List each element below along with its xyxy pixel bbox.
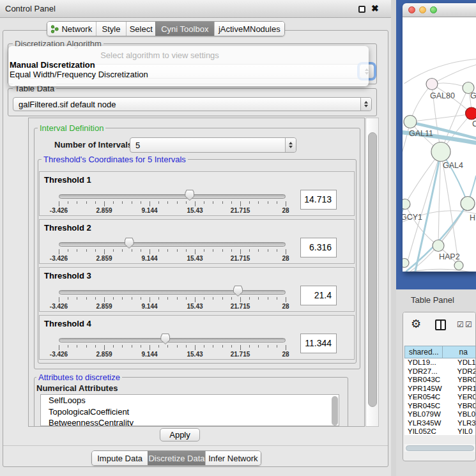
tab-select[interactable]: Select [126,22,155,36]
threshold-label: Threshold 2 [44,223,91,233]
network-graph[interactable]: GAL80GACGAL11GAL4GCY1HHAP2 [403,17,476,272]
slider-handle[interactable] [233,286,243,296]
table-row[interactable]: YBL079WYBL0 [404,410,476,419]
cell-shared-name: YPR145W [404,385,454,394]
network-canvas[interactable]: GAL80GACGAL11GAL4GCY1HHAP2 [403,17,476,272]
stepper-down-icon [289,146,293,148]
table-row[interactable]: YPR145WYPR1 [404,385,476,394]
checkbox-icon[interactable]: ☑ [457,320,464,329]
tab-discretize-data[interactable]: Discretize Data [148,451,204,465]
network-node[interactable] [433,240,444,252]
tab-label: Network [61,24,92,34]
gear-icon[interactable]: ⚙ [411,317,421,331]
tab-infer-network[interactable]: Infer Network [205,451,261,465]
network-node[interactable] [404,116,417,128]
close-traffic-icon[interactable] [408,6,415,13]
table-row[interactable]: YDL19...YDL1 [404,358,476,367]
table-row[interactable]: YBR043CYBR0 [404,376,476,385]
network-node[interactable] [466,107,476,119]
apply-button[interactable]: Apply [160,428,200,441]
cell-name: YBR0 [454,376,476,385]
cell-shared-name: YLR345W [404,419,454,428]
table-panel-title: Table Panel [411,295,454,305]
tab-network[interactable]: Network [47,22,96,36]
checkbox-icon[interactable]: ☑ [465,320,472,329]
table-data-stepper[interactable] [360,98,371,111]
threshold-value-field[interactable]: 6.316 [300,238,337,257]
cell-shared-name: YIL052C [404,427,454,435]
slider-track[interactable] [59,290,286,295]
table-data-combobox[interactable]: galFiltered.sif default node [13,97,372,111]
table-hscrollbar-thumb[interactable] [406,445,474,451]
network-node-label: C [472,119,476,128]
control-panel-tabs: NetworkStyleSelectCyni ToolboxjActiveMNo… [47,21,285,36]
table-row[interactable]: YBR045CYBR0 [404,402,476,411]
cell-shared-name: YBL079W [404,410,454,419]
slider-handle[interactable] [160,334,170,344]
tab-label: Style [102,24,121,34]
network-node[interactable] [461,197,475,211]
cell-shared-name: YDL19... [404,358,454,367]
settings-scrollbar-thumb[interactable] [368,132,377,407]
threshold-value-field[interactable]: 14.713 [300,190,337,210]
network-node-label: HAP2 [439,252,460,261]
network-node[interactable] [426,79,438,90]
slider-track[interactable] [59,242,286,247]
algorithm-option-manual-discretization[interactable]: Manual Discretization [8,60,369,70]
threshold-value-field[interactable]: 21.4 [300,286,337,305]
column-header-na[interactable]: na [443,346,476,358]
network-node[interactable] [403,199,410,210]
cell-name: YDL1 [454,358,476,367]
slider-handle[interactable] [125,238,134,249]
network-node[interactable] [403,259,409,268]
slider-track[interactable] [59,194,286,199]
numerical-attributes-list[interactable]: SelfLoopsTopologicalCoefficientBetweenne… [40,394,339,426]
minimize-traffic-icon[interactable] [419,6,426,13]
settings-scrollbar[interactable] [365,118,379,427]
tab-jactivemnodules[interactable]: jActiveMNodules [214,22,284,36]
attribute-items: SelfLoopsTopologicalCoefficientBetweenne… [41,395,339,426]
network-node[interactable] [454,261,463,270]
number-of-intervals-label: Number of Intervals [54,140,132,150]
table-horizontal-scrollbar[interactable] [404,444,476,452]
table-row[interactable]: YER054CYER0 [404,393,476,402]
table-row[interactable]: YDR27...YDR2 [404,367,476,376]
threshold-value-field[interactable]: 11.344 [300,334,337,353]
table-row[interactable]: YLR345WYLR3 [404,419,476,428]
tab-style[interactable]: Style [96,22,127,36]
close-icon[interactable]: ✖ [371,3,379,13]
table-panel: ⚙ ☑ ☑ shared...na YDL19...YDL1YDR27...YD… [403,312,476,461]
tab-impute-data[interactable]: Impute Data [92,451,148,465]
attribute-item[interactable]: SelfLoops [41,395,339,406]
algorithm-option-equal-width-frequency-discretization[interactable]: Equal Width/Frequency Discretization [8,70,369,79]
float-window-icon[interactable] [358,6,365,13]
column-header-shared-[interactable]: shared... [404,346,443,358]
cyni-bottom-tabs: Impute DataDiscretize DataInfer Network [91,450,261,466]
table-row[interactable]: YIL052CYIL0 [404,427,476,435]
threshold-row: Threshold 2-3.4262.8599.14415.4321.71528… [39,219,355,264]
intervals-stepper[interactable] [285,138,296,152]
attribute-item[interactable]: TopologicalCoefficient [41,406,339,418]
network-icon [50,25,59,33]
network-edge [410,114,472,122]
control-panel-title: Control Panel [5,4,56,13]
footer-separator [3,445,388,446]
split-columns-icon[interactable] [435,319,446,330]
network-node-label: GA [470,91,476,100]
zoom-traffic-icon[interactable] [430,6,437,13]
network-window[interactable]: GAL80GACGAL11GAL4GCY1HHAP2 [403,3,476,272]
table-toolbar: ⚙ ☑ ☑ [403,312,475,346]
number-of-intervals-combobox[interactable]: 5 [130,137,296,153]
slider-handle[interactable] [185,190,194,201]
attributes-scrollbar-thumb[interactable] [332,396,338,426]
cell-shared-name: YBR045C [404,402,454,411]
attribute-item[interactable]: BetweennessCentrality [41,417,339,426]
network-node-label: GCY1 [403,213,422,222]
slider-tick-labels: -3.4262.8599.14415.4321.71528 [59,303,286,310]
network-node[interactable] [431,142,450,162]
table-rows: YDL19...YDL1YDR27...YDR2YBR043CYBR0YPR14… [404,358,476,435]
network-window-titlebar[interactable] [403,3,476,17]
tab-cyni-toolbox[interactable]: Cyni Toolbox [155,22,214,36]
slider-tick-labels: -3.4262.8599.14415.4321.71528 [59,351,286,358]
slider-track[interactable] [59,338,286,342]
